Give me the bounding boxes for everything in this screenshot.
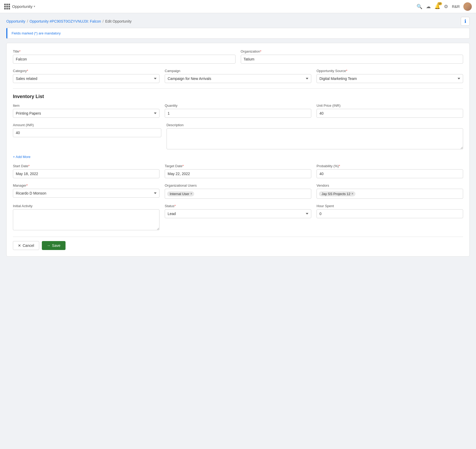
top-navigation: Opportunity ▾ 🔍 ☁ 🔔 17 ⚙ R&R: [0, 0, 476, 13]
breadcrumb-opportunity-id[interactable]: Opportunity #PC90ST0OZYVNUJ3I: Falcon: [29, 19, 101, 23]
hour-spent-input[interactable]: [317, 209, 463, 218]
vendors-tag-input[interactable]: Jay SS Projects 12 ×: [317, 189, 463, 199]
main-content: Fields marked (*) are mandatory Title* O…: [0, 28, 476, 265]
row-dates-probability: Start Date* Target Date* Probability (%)…: [13, 164, 463, 178]
target-date-label: Target Date*: [165, 164, 311, 168]
app-grid-icon[interactable]: [4, 4, 10, 9]
target-date-input[interactable]: [165, 169, 311, 178]
group-opp-source: Opportunity Source* Digital Marketing Te…: [317, 69, 463, 83]
org-users-tag-label: Internal User: [170, 192, 189, 196]
mandatory-alert: Fields marked (*) are mandatory: [6, 28, 470, 39]
campaign-label: Campaign: [165, 69, 311, 73]
save-label: Save: [52, 243, 61, 248]
category-select[interactable]: Sales related Marketing Support: [13, 74, 159, 83]
item-label: Item: [13, 104, 159, 108]
vendors-tag-remove[interactable]: ×: [352, 192, 353, 196]
group-target-date: Target Date*: [165, 164, 311, 178]
manager-select[interactable]: Ricardo D Monson John Smith Jane Doe: [13, 189, 159, 198]
help-button[interactable]: ℹ: [461, 17, 470, 26]
help-icon: ℹ: [464, 18, 466, 24]
inventory-section-title: Inventory List: [13, 94, 463, 99]
vendors-label: Vendors: [317, 183, 463, 187]
status-label: Status*: [165, 204, 311, 208]
unit-price-input[interactable]: [317, 109, 463, 118]
org-users-label: Organizational Users: [165, 183, 311, 187]
alert-text: Fields marked (*) are mandatory: [12, 31, 61, 35]
org-users-tag: Internal User ×: [167, 191, 194, 196]
cloud-icon[interactable]: ☁: [426, 4, 431, 9]
group-campaign: Campaign Campaign for New Arrivals Campa…: [165, 69, 311, 83]
save-button[interactable]: → Save: [42, 241, 66, 250]
form-actions: ✕ Cancel → Save: [13, 237, 463, 250]
group-vendors: Vendors Jay SS Projects 12 ×: [317, 183, 463, 199]
row-activity-status-hours: Initial Activity Status* Lead Prospect Q…: [13, 204, 463, 230]
group-org-users: Organizational Users Internal User ×: [165, 183, 311, 199]
opp-source-select[interactable]: Digital Marketing Team Cold Call Referra…: [317, 74, 463, 83]
org-users-tag-input[interactable]: Internal User ×: [165, 189, 311, 199]
initial-activity-label: Initial Activity: [13, 204, 159, 208]
vendors-tag-label: Jay SS Projects 12: [322, 192, 350, 196]
avatar-image: [463, 2, 472, 11]
row-manager-users-vendors: Manager* Ricardo D Monson John Smith Jan…: [13, 183, 463, 199]
group-start-date: Start Date*: [13, 164, 159, 178]
group-manager: Manager* Ricardo D Monson John Smith Jan…: [13, 183, 159, 198]
title-input[interactable]: [13, 55, 236, 64]
app-name[interactable]: Opportunity ▾: [12, 4, 35, 9]
start-date-label: Start Date*: [13, 164, 159, 168]
group-quantity: Quantity: [165, 104, 311, 118]
avatar[interactable]: [463, 2, 472, 11]
start-date-input[interactable]: [13, 169, 159, 178]
category-label: Category*: [13, 69, 159, 73]
group-status: Status* Lead Prospect Qualified Closed W…: [165, 204, 311, 218]
quantity-input[interactable]: [165, 109, 311, 118]
search-icon[interactable]: 🔍: [417, 4, 422, 9]
form-card: Title* Organization* Category* Sales rel…: [6, 43, 470, 257]
hour-spent-label: Hour Spent: [317, 204, 463, 208]
section-divider-inventory: [13, 88, 463, 89]
nav-left: Opportunity ▾: [4, 4, 35, 9]
probability-input[interactable]: [317, 169, 463, 178]
breadcrumb-opportunity[interactable]: Opportunity: [6, 19, 25, 23]
campaign-select[interactable]: Campaign for New Arrivals Campaign A: [165, 74, 311, 83]
app-name-chevron: ▾: [34, 5, 35, 8]
group-probability: Probability (%)*: [317, 164, 463, 178]
amount-input[interactable]: [13, 128, 161, 137]
description-textarea[interactable]: [167, 128, 463, 149]
app-name-label: Opportunity: [12, 4, 33, 9]
breadcrumb-sep2: /: [103, 19, 104, 23]
vendors-tag: Jay SS Projects 12 ×: [319, 191, 355, 196]
group-title: Title*: [13, 49, 236, 64]
group-category: Category* Sales related Marketing Suppor…: [13, 69, 159, 83]
breadcrumb-sep1: /: [27, 19, 28, 23]
cancel-label: Cancel: [23, 243, 34, 248]
item-select[interactable]: Printing Papers Office Supplies Electron…: [13, 109, 159, 118]
breadcrumb-bar: Opportunity / Opportunity #PC90ST0OZYVNU…: [0, 13, 476, 28]
group-organization: Organization*: [241, 49, 463, 64]
cancel-icon: ✕: [18, 243, 21, 248]
add-more-link[interactable]: + Add More: [13, 155, 31, 159]
group-description: Description: [167, 123, 463, 149]
breadcrumb-current: Edit Opportunity: [105, 19, 132, 23]
manager-label: Manager*: [13, 183, 159, 187]
user-name[interactable]: R&R: [452, 4, 460, 9]
group-hour-spent: Hour Spent: [317, 204, 463, 218]
row-inventory-main: Item Printing Papers Office Supplies Ele…: [13, 104, 463, 118]
quantity-label: Quantity: [165, 104, 311, 108]
bell-icon[interactable]: 🔔 17: [434, 4, 440, 9]
title-label: Title*: [13, 49, 236, 53]
description-label: Description: [167, 123, 463, 127]
status-select[interactable]: Lead Prospect Qualified Closed Won Close…: [165, 209, 311, 218]
nav-right: 🔍 ☁ 🔔 17 ⚙ R&R: [417, 2, 472, 11]
group-unit-price: Unit Price (INR): [317, 104, 463, 118]
org-label: Organization*: [241, 49, 463, 53]
save-icon: →: [47, 243, 51, 248]
breadcrumb: Opportunity / Opportunity #PC90ST0OZYVNU…: [6, 19, 132, 23]
initial-activity-textarea[interactable]: [13, 209, 159, 230]
group-initial-activity: Initial Activity: [13, 204, 159, 230]
gear-icon[interactable]: ⚙: [444, 4, 448, 9]
row-amount-description: Amount (INR) Description: [13, 123, 463, 149]
amount-label: Amount (INR): [13, 123, 161, 127]
org-users-tag-remove[interactable]: ×: [190, 192, 192, 196]
org-input[interactable]: [241, 55, 463, 64]
cancel-button[interactable]: ✕ Cancel: [13, 241, 39, 250]
